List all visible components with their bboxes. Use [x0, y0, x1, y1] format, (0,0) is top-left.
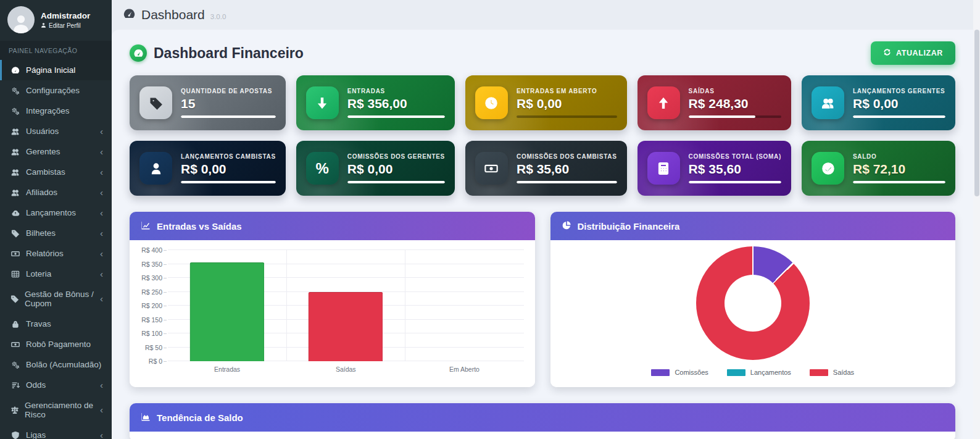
chevron-left-icon: ‹	[100, 128, 103, 135]
users-icon	[10, 188, 20, 197]
y-axis-tick: R$ 0	[149, 357, 168, 365]
sidebar-item-label: Página Inicial	[26, 65, 75, 75]
sidebar-item-label: Ligas	[26, 430, 46, 439]
chevron-left-icon: ‹	[100, 190, 103, 196]
main-area: Dashboard 3.0.0 Dashboard Financeiro ATU…	[112, 0, 980, 439]
sidebar-item-lan-amentos[interactable]: Lançamentos‹	[0, 203, 112, 223]
percent-icon: %	[306, 152, 339, 185]
stat-card-label: SALDO	[853, 153, 945, 160]
bar-chart: R$ 0R$ 50R$ 100R$ 150R$ 200R$ 250R$ 300R…	[130, 240, 535, 387]
gridline	[405, 250, 405, 361]
chevron-left-icon: ‹	[100, 271, 103, 277]
stat-card-progress	[853, 181, 945, 183]
y-axis-tick: R$ 100	[141, 330, 168, 337]
stat-card-progress	[689, 115, 781, 118]
sidebar-item-gerenciamento-de-risco[interactable]: Gerenciamento de Risco‹	[0, 395, 112, 425]
sidebar-item-gerentes[interactable]: Gerentes‹	[0, 141, 112, 162]
stat-card-comiss-es-dos-gerentes: %COMISSÕES DOS GERENTESR$ 0,00	[296, 141, 455, 196]
chevron-left-icon: ‹	[100, 251, 103, 257]
money-icon	[10, 340, 20, 349]
stat-card-label: ENTRADAS EM ABERTO	[517, 88, 617, 94]
sidebar-item-p-gina-inicial[interactable]: Página Inicial	[0, 60, 112, 80]
donut-panel-title: Distribuição Financeira	[578, 221, 680, 232]
sidebar-item-rob-pagamento[interactable]: Robô Pagamento	[0, 334, 112, 354]
refresh-button[interactable]: ATUALIZAR	[871, 41, 955, 65]
scrollbar-thumb[interactable]	[974, 30, 979, 196]
sidebar-item-label: Lançamentos	[26, 208, 76, 217]
chevron-left-icon: ‹	[100, 382, 103, 388]
sidebar-item-label: Configurações	[26, 86, 80, 95]
gauge-icon	[123, 7, 136, 23]
stat-card-value: 15	[181, 96, 276, 111]
sidebar-item-label: Odds	[26, 380, 46, 390]
app-version: 3.0.0	[210, 13, 226, 20]
sidebar-item-label: Relatórios	[26, 249, 64, 258]
money-icon	[10, 249, 20, 258]
sidebar-item-configura-es[interactable]: Configurações	[0, 80, 112, 101]
sidebar-item-integra-es[interactable]: Integrações	[0, 101, 112, 121]
stat-card-entradas-em-aberto: ENTRADAS EM ABERTOR$ 0,00	[465, 75, 627, 130]
stat-card-sa-das: SAÍDASR$ 248,30	[637, 75, 791, 130]
x-axis-label: Entradas	[168, 366, 286, 373]
sidebar-item-cambistas[interactable]: Cambistas‹	[0, 162, 112, 182]
sidebar-item-label: Gestão de Bônus / Cupom	[25, 290, 94, 308]
stat-card-progress	[347, 181, 445, 183]
sidebar-item-label: Gerentes	[26, 147, 60, 156]
sidebar-item-bol-o-acumulad-o[interactable]: Bolão (Acumuladão)	[0, 354, 112, 375]
legend-item-comiss-es[interactable]: Comissões	[651, 369, 708, 376]
scrollbar[interactable]	[973, 0, 980, 439]
sidebar-item-ligas[interactable]: Ligas‹	[0, 425, 112, 439]
sidebar-item-bilhetes[interactable]: Bilhetes‹	[0, 223, 112, 243]
user-name: Admistrador	[41, 11, 90, 20]
chevron-left-icon: ‹	[100, 210, 103, 216]
donut-chart[interactable]	[696, 246, 810, 360]
sidebar-item-afiliados[interactable]: Afiliados‹	[0, 182, 112, 203]
stat-card-progress	[181, 115, 276, 118]
clock-icon	[475, 86, 508, 119]
users-icon	[10, 148, 20, 156]
y-axis-tick: R$ 400	[141, 246, 168, 254]
stat-card-progress	[517, 181, 617, 183]
chevron-left-icon: ‹	[100, 149, 103, 155]
gauge-badge-icon	[130, 44, 147, 62]
scales-icon	[10, 406, 19, 414]
sort-icon	[10, 381, 20, 390]
chevron-left-icon: ‹	[100, 432, 103, 438]
trend-panel-title: Tendência de Saldo	[157, 412, 243, 423]
stat-card-value: R$ 0,00	[853, 96, 945, 111]
legend-item-lan-amentos[interactable]: Lançamentos	[727, 369, 791, 376]
area-chart-icon	[141, 412, 151, 424]
sidebar-item-gest-o-de-b-nus-cupom[interactable]: Gestão de Bônus / Cupom‹	[0, 284, 112, 314]
sidebar-item-label: Usuários	[26, 127, 59, 136]
person-icon	[139, 152, 172, 185]
stat-card-comiss-es-total-soma: COMISSÕES TOTAL (SOMA)R$ 35,60	[637, 141, 791, 196]
bar-sa-das[interactable]	[309, 292, 383, 361]
sidebar-item-label: Gerenciamento de Risco	[25, 401, 94, 419]
stat-card-value: R$ 0,00	[181, 162, 276, 177]
refresh-icon	[883, 48, 891, 58]
stat-card-label: COMISSÕES DOS GERENTES	[347, 153, 445, 160]
stat-card-comiss-es-dos-cambistas: COMISSÕES DOS CAMBISTASR$ 35,60	[465, 141, 627, 196]
bar-entradas[interactable]	[190, 262, 265, 361]
trend-chart	[130, 432, 955, 439]
sidebar-item-relat-rios[interactable]: Relatórios‹	[0, 243, 112, 264]
stat-card-label: ENTRADAS	[347, 88, 445, 94]
stat-card-lan-amentos-cambistas: LANÇAMENTOS CAMBISTASR$ 0,00	[130, 141, 286, 196]
sidebar-item-loteria[interactable]: Loteria‹	[0, 264, 112, 284]
edit-profile-link[interactable]: Editar Perfil	[41, 22, 90, 29]
sidebar-item-usu-rios[interactable]: Usuários‹	[0, 121, 112, 141]
bar-panel-title: Entradas vs Saídas	[157, 221, 242, 232]
y-axis-tick: R$ 300	[141, 274, 168, 282]
sidebar-nav: Página InicialConfiguraçõesIntegraçõesUs…	[0, 60, 112, 439]
money-icon	[475, 152, 508, 185]
sidebar-item-travas[interactable]: Travas	[0, 314, 112, 334]
stat-card-progress	[347, 115, 445, 118]
sidebar-item-odds[interactable]: Odds‹	[0, 375, 112, 395]
gridline	[286, 250, 287, 361]
y-axis-tick: R$ 350	[141, 261, 168, 268]
legend-swatch	[727, 369, 745, 376]
stat-card-value: R$ 0,00	[517, 96, 617, 111]
app-root: Admistrador Editar Perfil PAINEL NAVEGAÇ…	[0, 0, 980, 439]
legend-item-sa-das[interactable]: Saídas	[810, 369, 854, 376]
x-axis-label: Saídas	[286, 366, 405, 373]
